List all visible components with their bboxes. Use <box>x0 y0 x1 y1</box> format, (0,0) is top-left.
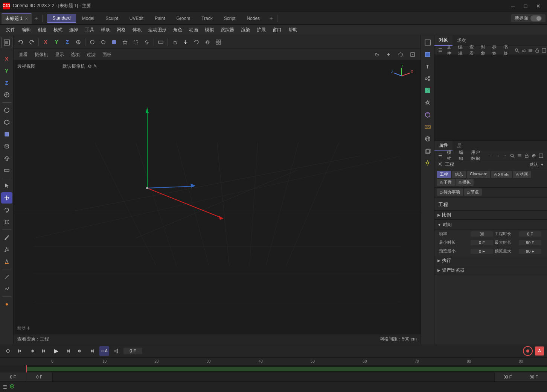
rotate-tool[interactable] <box>1 204 12 216</box>
props-up-icon[interactable]: ↑ <box>503 152 507 160</box>
move-tool[interactable] <box>1 192 12 204</box>
framerate-value[interactable]: 30 <box>471 231 493 237</box>
extra-tool-1[interactable] <box>1 299 12 310</box>
pointer-tool[interactable] <box>1 180 12 191</box>
menu-tools[interactable]: 工具 <box>82 26 97 34</box>
tb-axis-y[interactable]: Y <box>52 37 61 47</box>
coord-button[interactable] <box>1 89 12 100</box>
layout-tab-track[interactable]: Track <box>196 14 218 23</box>
obj-search-icon[interactable] <box>515 46 519 55</box>
record-panel[interactable]: A <box>99 346 109 356</box>
tb-select-btn[interactable] <box>131 37 141 47</box>
layout-tab-script[interactable]: Script <box>219 14 241 23</box>
audio-button[interactable] <box>111 346 121 356</box>
tb-star-btn[interactable] <box>120 37 130 47</box>
brush-pen-tool[interactable] <box>1 256 12 267</box>
prev-key-button[interactable] <box>27 346 37 356</box>
arrow-tool[interactable] <box>1 153 12 164</box>
undo-button[interactable] <box>16 37 26 47</box>
menu-select[interactable]: 选择 <box>66 26 81 34</box>
tb-hand-tool[interactable] <box>170 37 180 47</box>
tab-untitled[interactable]: 未标题 1 ✕ <box>2 13 32 24</box>
tb-move2-btn[interactable] <box>181 37 190 47</box>
obj-lock-icon[interactable] <box>535 46 539 55</box>
menu-mesh[interactable]: 网格 <box>114 26 129 34</box>
rs-text-icon[interactable]: T <box>422 61 433 72</box>
tl-end-right1[interactable]: 90 F <box>494 372 521 381</box>
add-layout-button[interactable]: + <box>267 14 276 23</box>
tab-add-button[interactable]: + <box>32 14 41 23</box>
panel-menu[interactable]: 面板 <box>100 51 114 59</box>
menu-mograph[interactable]: 运动图形 <box>145 26 169 34</box>
tb-poly-btn[interactable] <box>98 37 108 47</box>
menu-animation[interactable]: 动画 <box>186 26 201 34</box>
props-search-icon[interactable] <box>510 152 515 160</box>
rect-tool[interactable] <box>1 165 12 176</box>
max-time-value[interactable]: 90 F <box>519 240 541 245</box>
menu-create[interactable]: 创建 <box>35 26 50 34</box>
record-button[interactable]: A <box>535 346 544 356</box>
project-gear-icon[interactable] <box>437 161 443 168</box>
camera-menu[interactable]: 摄像机 <box>32 51 50 59</box>
new-interface-button[interactable]: 新界面 <box>511 14 545 22</box>
obj-list-icon[interactable] <box>528 46 533 55</box>
obj-home-icon[interactable] <box>521 46 526 55</box>
next-key-button[interactable] <box>75 346 85 356</box>
rs-gear-icon[interactable] <box>422 97 433 108</box>
prev-frame-button[interactable] <box>39 346 49 356</box>
tb-refresh-btn[interactable] <box>192 37 201 47</box>
obj-toolbar-icon[interactable]: ☰ <box>438 48 442 53</box>
layout-tab-standard[interactable]: Standard <box>47 14 76 23</box>
menu-file[interactable]: 文件 <box>3 26 18 34</box>
tb-rect-btn[interactable] <box>156 37 166 47</box>
filter-menu[interactable]: 过滤 <box>84 51 98 59</box>
section-ratio-header[interactable]: ▶ 比例 <box>434 211 547 220</box>
frame-all-icon[interactable] <box>408 50 417 59</box>
pen-tool[interactable] <box>1 244 12 255</box>
tb-world-coord[interactable] <box>73 37 83 47</box>
layout-tab-model[interactable]: Model <box>77 14 100 23</box>
rs-cube-icon[interactable] <box>422 49 433 60</box>
redo-button[interactable] <box>27 37 37 47</box>
zoom-icon[interactable] <box>384 50 393 59</box>
tl-start-left[interactable]: 0 F <box>0 372 26 381</box>
subtab-nodes[interactable]: 节点 <box>464 188 482 196</box>
props-list-icon[interactable] <box>517 152 522 160</box>
axis-y-button[interactable]: Y <box>1 65 12 76</box>
axis-x-button[interactable]: X <box>1 53 12 64</box>
props-lock-icon[interactable] <box>524 152 529 160</box>
next-frame-button[interactable] <box>63 346 73 356</box>
mode-button[interactable] <box>1 37 12 48</box>
goto-start-button[interactable] <box>15 346 25 356</box>
props-radio-icon[interactable] <box>531 152 536 160</box>
menu-volume[interactable]: 体积 <box>130 26 145 34</box>
layout-tab-uvedit[interactable]: UVEdit <box>124 14 149 23</box>
pan-icon[interactable] <box>372 50 381 59</box>
preview-max-value[interactable]: 90 F <box>519 249 541 254</box>
layout-tab-groom[interactable]: Groom <box>171 14 195 23</box>
subtab-project[interactable]: 工程 <box>437 171 451 178</box>
rs-3d-icon[interactable]: 3D <box>422 121 433 132</box>
rotate-view-icon[interactable] <box>396 50 405 59</box>
props-menu-icon[interactable]: ☰ <box>438 153 442 158</box>
tl-current-left[interactable]: 0 F <box>26 372 53 381</box>
subtab-cineware[interactable]: Cineware <box>467 171 490 178</box>
frame-display[interactable]: 0 F <box>123 348 142 354</box>
subtab-xrefs[interactable]: XRefs <box>491 171 512 178</box>
menu-edit[interactable]: 编辑 <box>19 26 34 34</box>
display-menu[interactable]: 显示 <box>53 51 66 59</box>
menu-help[interactable]: 帮助 <box>285 26 300 34</box>
axis-z-button[interactable]: Z <box>1 77 12 88</box>
section-time-header[interactable]: ▼ 时间 <box>434 220 547 229</box>
minimize-button[interactable]: ─ <box>507 2 518 10</box>
section-execute-header[interactable]: ▶ 执行 <box>434 256 547 265</box>
preview-min-value[interactable]: 0 F <box>471 249 493 254</box>
keyframe-button[interactable] <box>3 346 13 356</box>
rs-copy-icon[interactable] <box>422 145 433 156</box>
props-forward-icon[interactable]: → <box>495 152 500 160</box>
rs-select-icon[interactable] <box>422 37 433 48</box>
scale-tool[interactable] <box>1 216 12 228</box>
project-dropdown-icon[interactable]: ▼ <box>540 163 544 167</box>
props-back-icon[interactable]: ← <box>488 152 493 160</box>
bottom-menu-icon[interactable]: ☰ <box>3 384 7 390</box>
